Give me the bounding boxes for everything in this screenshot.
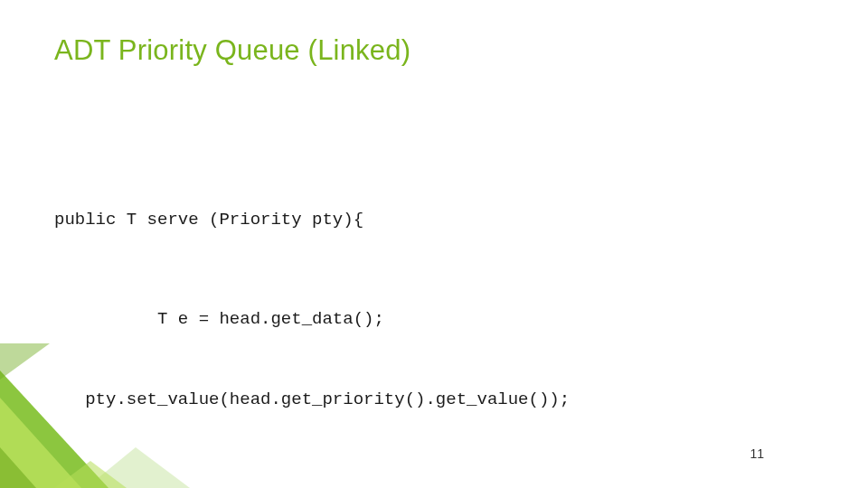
code-line: T e = head.get_data(); (54, 306, 832, 333)
slide: ADT Priority Queue (Linked) public T ser… (0, 0, 868, 488)
code-block: public T serve (Priority pty){ T e = hea… (54, 154, 832, 488)
code-line: public T serve (Priority pty){ (54, 207, 832, 233)
slide-title: ADT Priority Queue (Linked) (54, 34, 410, 67)
code-line: head = head.next; (54, 483, 832, 488)
svg-marker-3 (0, 447, 36, 488)
page-number: 11 (750, 446, 764, 461)
code-line: pty.set_value(head.get_priority().get_va… (54, 387, 832, 413)
svg-marker-2 (0, 343, 50, 380)
